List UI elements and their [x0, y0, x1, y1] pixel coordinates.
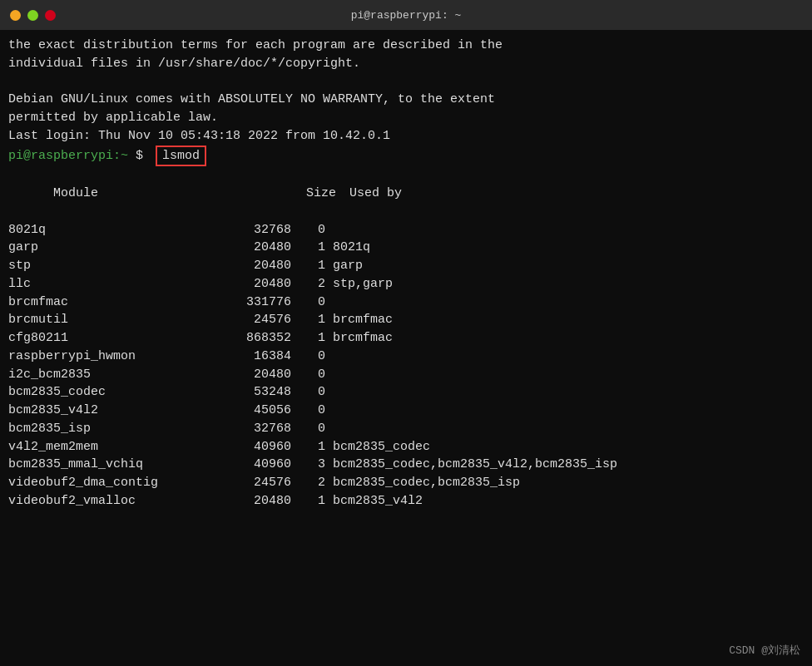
- prompt-user: pi@raspberrypi:~: [8, 147, 128, 165]
- terminal-body[interactable]: the exact distribution terms for each pr…: [0, 30, 812, 666]
- command-text: lsmod: [156, 146, 206, 167]
- title-bar: pi@raspberrypi: ~: [0, 0, 812, 30]
- col-size-header: Size: [270, 185, 336, 203]
- terminal-line-4: Debian GNU/Linux comes with ABSOLUTELY N…: [8, 91, 804, 109]
- table-row: stp204801 garp: [8, 257, 804, 275]
- table-row: bcm2835_v4l2450560: [8, 402, 804, 420]
- prompt-dollar: $: [128, 147, 151, 165]
- table-header: ModuleSizeUsed by: [8, 166, 804, 220]
- table-row: cfg802118683521 brcmfmac: [8, 329, 804, 348]
- table-row: videobuf2_vmalloc204801 bcm2835_v4l2: [8, 492, 804, 511]
- col-usedby-header: Used by: [349, 185, 402, 203]
- table-row: i2c_bcm2835204800: [8, 366, 804, 384]
- table-row: llc204802 stp,garp: [8, 275, 804, 294]
- terminal-line-6: Last login: Thu Nov 10 05:43:18 2022 fro…: [8, 127, 804, 146]
- minimize-button[interactable]: [10, 10, 21, 21]
- table-row: 8021q327680: [8, 221, 804, 239]
- table-row: v4l2_mem2mem409601 bcm2835_codec: [8, 438, 804, 456]
- table-row: brcmfmac3317760: [8, 294, 804, 312]
- window-controls[interactable]: [10, 10, 56, 21]
- terminal-line-2: individual files in /usr/share/doc/*/cop…: [8, 55, 804, 73]
- terminal-line-5: permitted by applicable law.: [8, 109, 804, 127]
- table-row: garp204801 8021q: [8, 239, 804, 257]
- table-row: bcm2835_codec532480: [8, 383, 804, 402]
- maximize-button[interactable]: [27, 10, 38, 21]
- table-row: bcm2835_mmal_vchiq409603 bcm2835_codec,b…: [8, 456, 804, 474]
- prompt-line: pi@raspberrypi:~ $ lsmod: [8, 146, 804, 167]
- table-row: brcmutil245761 brcmfmac: [8, 311, 804, 329]
- table-row: bcm2835_isp327680: [8, 420, 804, 438]
- terminal-line-3: [8, 73, 804, 91]
- terminal-window: pi@raspberrypi: ~ the exact distribution…: [0, 0, 812, 666]
- close-button[interactable]: [45, 10, 56, 21]
- col-module-header: Module: [53, 185, 270, 203]
- window-title: pi@raspberrypi: ~: [351, 9, 462, 22]
- module-table: 8021q327680garp204801 8021qstp204801 gar…: [8, 221, 804, 511]
- watermark: CSDN @刘清松: [729, 643, 800, 658]
- table-row: videobuf2_dma_contig245762 bcm2835_codec…: [8, 474, 804, 492]
- table-row: raspberrypi_hwmon163840: [8, 348, 804, 366]
- terminal-line-1: the exact distribution terms for each pr…: [8, 37, 804, 55]
